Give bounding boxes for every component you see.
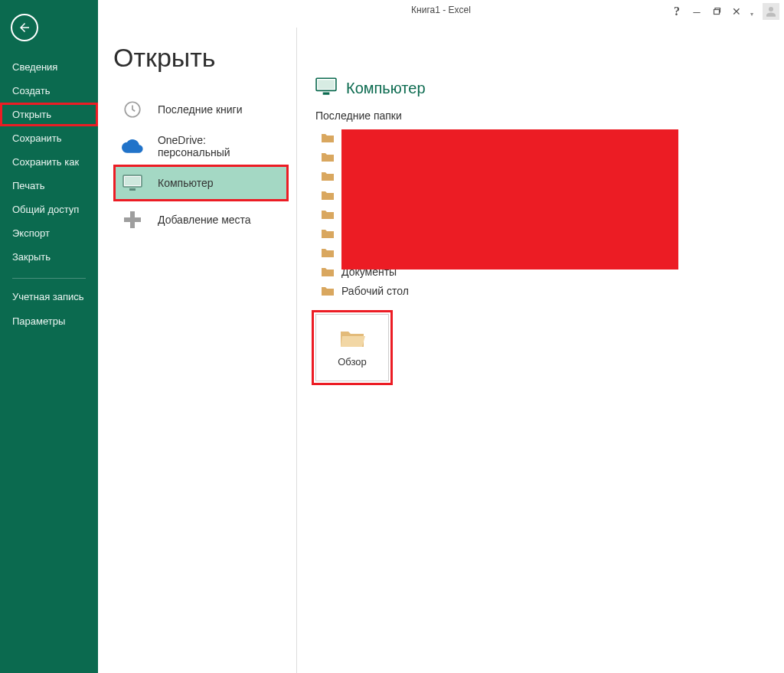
folder-icon [322,152,334,162]
folder-row-desktop[interactable]: Рабочий стол [320,281,761,300]
user-avatar[interactable] [763,3,779,20]
place-onedrive[interactable]: OneDrive: персональный [113,128,289,165]
clock-icon [121,100,144,119]
place-computer-label: Компьютер [158,177,213,189]
person-icon [764,5,778,18]
folder-icon [322,248,334,257]
place-computer[interactable]: Компьютер [113,165,289,201]
minimize-button[interactable]: – [689,4,704,19]
page-title: Открыть [113,43,289,73]
folder-icon [322,172,334,181]
folder-icon [322,286,334,296]
restore-icon [712,7,721,16]
place-onedrive-label: OneDrive: персональный [158,134,281,158]
redacted-block [341,129,678,270]
back-button[interactable] [11,14,38,41]
sidebar-item-share[interactable]: Общий доступ [0,198,98,221]
sidebar-item-account[interactable]: Учетная запись [0,285,98,309]
folder-icon [322,191,334,200]
window-controls: ? – ✕ ▾ [669,3,779,20]
help-button[interactable]: ? [669,4,684,19]
folder-icon [322,210,334,219]
recent-folders-label: Последние папки [315,109,761,122]
svg-rect-3 [125,177,140,185]
details-title: Компьютер [346,80,426,97]
sidebar-item-saveas[interactable]: Сохранить как [0,150,98,174]
folder-icon [322,133,334,142]
computer-icon [121,175,144,191]
svg-rect-7 [323,93,330,95]
svg-rect-0 [714,10,720,15]
title-bar: Книга1 - Excel ? – ✕ ▾ [98,0,784,28]
open-details-column: Компьютер Последние папки Документы Рабо… [297,28,784,673]
browse-button[interactable]: Обзор [315,314,389,381]
svg-rect-4 [129,188,136,191]
ribbon-display-caret[interactable]: ▾ [749,4,755,19]
place-recent[interactable]: Последние книги [113,91,289,128]
plus-icon [121,211,144,228]
svg-rect-6 [318,80,335,89]
details-header: Компьютер [315,77,761,99]
arrow-left-icon [18,21,31,34]
sidebar-item-save[interactable]: Сохранить [0,126,98,150]
sidebar-item-close[interactable]: Закрыть [0,245,98,269]
place-add-label: Добавление места [158,214,251,226]
folder-icon [322,267,334,276]
place-add[interactable]: Добавление места [113,201,289,238]
sidebar-item-info[interactable]: Сведения [0,55,98,79]
sidebar-item-options[interactable]: Параметры [0,309,98,333]
sidebar-item-export[interactable]: Экспорт [0,221,98,245]
folder-open-icon [339,328,365,348]
sidebar-separator [12,278,86,279]
main-area: Книга1 - Excel ? – ✕ ▾ Открыть [98,0,784,673]
place-recent-label: Последние книги [158,103,243,116]
window-title: Книга1 - Excel [411,5,471,15]
sidebar-item-new[interactable]: Создать [0,79,98,103]
close-button[interactable]: ✕ [729,4,744,19]
sidebar-item-print[interactable]: Печать [0,174,98,198]
backstage-sidebar: Сведения Создать Открыть Сохранить Сохра… [0,0,98,673]
browse-label: Обзор [338,356,367,368]
computer-icon [315,77,337,99]
recent-folders-list: Документы Рабочий стол [320,128,761,300]
restore-button[interactable] [709,4,724,19]
sidebar-item-open[interactable]: Открыть [0,103,98,126]
folder-icon [322,229,334,238]
cloud-icon [121,139,144,153]
open-places-column: Открыть Последние книги OneDrive: персон… [98,28,297,673]
